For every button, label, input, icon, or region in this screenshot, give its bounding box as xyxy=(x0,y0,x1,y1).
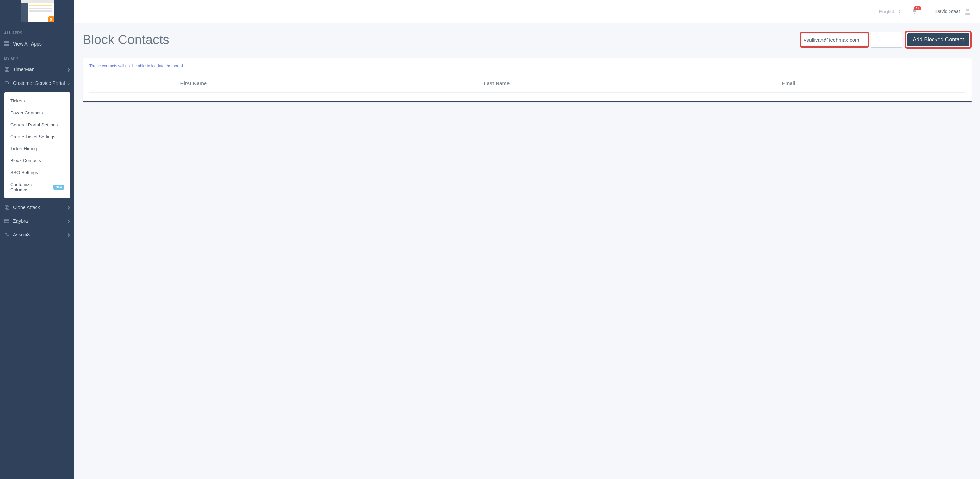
avatar-icon xyxy=(964,7,972,15)
sidebar-item-zaybra[interactable]: Zaybra ❯ xyxy=(0,214,74,228)
table-wrap: First Name Last Name Email xyxy=(83,74,972,101)
chevron-right-icon: ❯ xyxy=(67,233,70,237)
chevron-right-icon: ❯ xyxy=(67,219,70,224)
email-input-highlight xyxy=(800,32,869,48)
email-input-extension[interactable] xyxy=(872,32,902,48)
content: Block Contacts Add Blocked Contact These… xyxy=(74,22,980,111)
page-title: Block Contacts xyxy=(83,33,169,47)
sidebar-item-associ8[interactable]: Associ8 ❯ xyxy=(0,228,74,241)
submenu-item-power-contacts[interactable]: Power Contacts xyxy=(4,107,70,119)
svg-rect-0 xyxy=(5,41,6,43)
table-header-email: Email xyxy=(778,74,965,93)
submenu-item-block-contacts[interactable]: Block Contacts xyxy=(4,155,70,167)
sidebar: 8 ALL APPS View All Apps MY APP TimerMan… xyxy=(0,0,74,479)
copy-icon xyxy=(4,205,10,210)
language-label: English xyxy=(879,8,896,14)
submenu-item-label: General Portal Settings xyxy=(10,122,58,127)
sidebar-item-customer-service-portal[interactable]: Customer Service Portal ⌄ xyxy=(0,76,74,90)
svg-rect-2 xyxy=(5,44,6,46)
user-name: David Staat xyxy=(935,8,960,14)
divider xyxy=(928,6,928,16)
chevron-right-icon: ❯ xyxy=(67,205,70,210)
submenu-item-label: SSO Settings xyxy=(10,170,38,175)
sidebar-heading-my-app: MY APP xyxy=(0,51,74,63)
sidebar-item-label: Associ8 xyxy=(13,232,30,238)
user-menu[interactable]: David Staat xyxy=(935,7,972,15)
thumb-step-badge: 8 xyxy=(48,16,54,22)
svg-rect-5 xyxy=(6,207,9,209)
link-icon xyxy=(4,232,10,238)
svg-line-10 xyxy=(6,234,8,235)
svg-rect-4 xyxy=(5,206,8,208)
headset-icon xyxy=(4,81,10,86)
svg-rect-7 xyxy=(5,220,9,221)
submenu-item-general-portal-settings[interactable]: General Portal Settings xyxy=(4,119,70,131)
submenu-item-label: Tickets xyxy=(10,98,25,103)
sidebar-item-label: Clone Attack xyxy=(13,205,40,210)
submenu-item-label: Create Ticket Settings xyxy=(10,134,56,139)
submenu-item-ticket-hiding[interactable]: Ticket Hiding xyxy=(4,143,70,155)
table-header-spacer xyxy=(89,74,177,93)
page-header: Block Contacts Add Blocked Contact xyxy=(83,31,972,49)
submenu-item-customize-columns[interactable]: Customize Columns New xyxy=(4,179,70,196)
blocked-contacts-table: First Name Last Name Email xyxy=(89,74,965,93)
submenu-item-sso-settings[interactable]: SSO Settings xyxy=(4,167,70,179)
submenu-item-tickets[interactable]: Tickets xyxy=(4,95,70,107)
card-icon xyxy=(4,218,10,224)
table-header-last-name: Last Name xyxy=(480,74,778,93)
grid-icon xyxy=(4,41,10,46)
main-area: English ❯ 5+ David Staat Block Contacts xyxy=(74,0,980,479)
svg-rect-3 xyxy=(7,44,9,46)
svg-point-11 xyxy=(966,8,969,11)
sidebar-item-label: Customer Service Portal xyxy=(13,81,65,86)
chevron-down-icon: ⌄ xyxy=(67,81,70,86)
sidebar-item-clone-attack[interactable]: Clone Attack ❯ xyxy=(0,200,74,214)
submenu-item-label: Ticket Hiding xyxy=(10,146,37,151)
svg-rect-1 xyxy=(7,41,9,43)
blocked-contacts-card: These contacts will not be able to log i… xyxy=(83,58,972,102)
card-info-text: These contacts will not be able to log i… xyxy=(83,58,972,74)
notification-badge: 5+ xyxy=(914,6,920,10)
chevron-right-icon: ❯ xyxy=(898,9,901,14)
add-blocked-contact-button[interactable]: Add Blocked Contact xyxy=(907,33,969,46)
sidebar-item-label: Zaybra xyxy=(13,218,28,224)
submenu-item-label: Power Contacts xyxy=(10,110,43,115)
table-header-first-name: First Name xyxy=(177,74,480,93)
sidebar-heading-all-apps: ALL APPS xyxy=(0,25,74,37)
header-actions: Add Blocked Contact xyxy=(800,31,972,49)
sidebar-item-timerman[interactable]: TimerMan ❯ xyxy=(0,63,74,76)
sidebar-item-view-all-apps[interactable]: View All Apps xyxy=(0,37,74,51)
blocked-email-input[interactable] xyxy=(802,34,867,45)
add-button-highlight: Add Blocked Contact xyxy=(905,31,972,49)
sidebar-preview-thumb[interactable]: 8 xyxy=(0,0,74,25)
new-badge: New xyxy=(53,185,64,190)
submenu-item-create-ticket-settings[interactable]: Create Ticket Settings xyxy=(4,131,70,143)
sidebar-submenu: Tickets Power Contacts General Portal Se… xyxy=(4,92,70,198)
submenu-item-label: Block Contacts xyxy=(10,158,41,163)
language-selector[interactable]: English ❯ xyxy=(879,8,900,14)
chevron-right-icon: ❯ xyxy=(67,67,70,72)
sidebar-item-label: View All Apps xyxy=(13,41,42,46)
notifications-button[interactable]: 5+ xyxy=(908,8,920,14)
topbar: English ❯ 5+ David Staat xyxy=(74,0,980,22)
sidebar-item-label: TimerMan xyxy=(13,67,35,72)
hourglass-icon xyxy=(4,67,10,72)
submenu-item-label: Customize Columns xyxy=(10,182,51,192)
